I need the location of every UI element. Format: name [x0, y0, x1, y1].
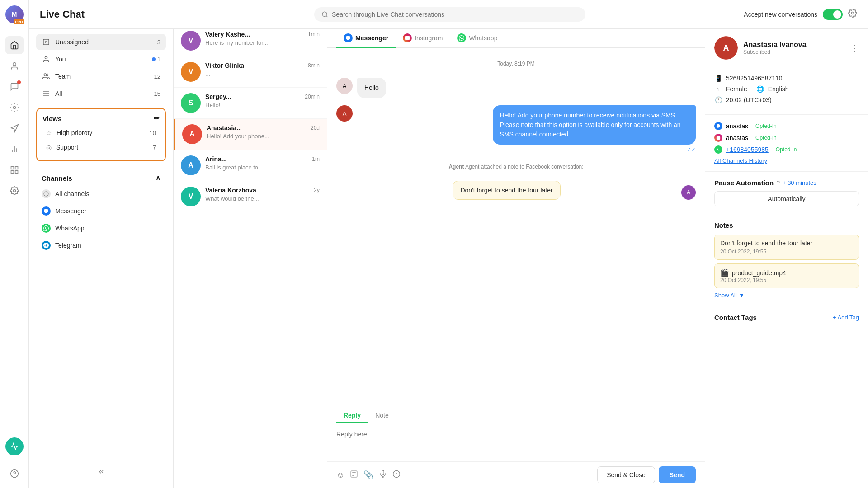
nav-home[interactable]: [5, 36, 24, 54]
all-icon: [42, 89, 51, 98]
automation-time-link[interactable]: + 30 minutes: [783, 179, 816, 186]
canned-icon[interactable]: [392, 470, 401, 480]
timezone-label: 20:02 (UTC+03): [726, 96, 772, 103]
conv-item-anastasia[interactable]: A Anastasia... 20d Hello! Add your phone…: [174, 119, 327, 150]
you-label: You: [55, 56, 152, 63]
attachment-icon[interactable]: 📎: [363, 470, 373, 480]
send-buttons: Send & Close Send: [597, 466, 696, 483]
search-input[interactable]: [332, 11, 578, 18]
conv-avatar-valery: V: [181, 31, 201, 51]
note-card-text-date: 20 Oct 2022, 19:55: [720, 249, 853, 255]
nav-you[interactable]: You 1: [36, 51, 166, 67]
tab-whatsapp[interactable]: Whatsapp: [450, 29, 505, 48]
conv-preview-anastasia: Hello! Add your phone...: [207, 133, 320, 140]
note-line-left: [336, 167, 445, 167]
nav-conversations[interactable]: [5, 78, 24, 96]
all-label: All: [55, 90, 154, 97]
channel-all[interactable]: All channels: [36, 186, 166, 202]
channels-header[interactable]: Channels ∧: [36, 170, 166, 186]
automation-header: Pause Automation ? + 30 minutes: [714, 179, 859, 187]
nav-team[interactable]: Team 12: [36, 68, 166, 84]
telegram-icon: [42, 241, 51, 250]
user-avatar[interactable]: M PRO: [5, 5, 24, 23]
whatsapp-opted-in: Opted-In: [776, 146, 797, 153]
conv-time-valery: 1min: [308, 31, 320, 38]
search-icon: [321, 11, 328, 18]
all-channels-history-link[interactable]: All Channels History: [714, 157, 859, 164]
views-title: Views: [42, 115, 61, 122]
messenger-tab-icon: [344, 33, 353, 42]
note-card-file: 🎬 product_guide.mp4 20 Oct 2022, 19:55: [714, 263, 859, 288]
chat-messages: Today, 8:19 PM A Hello Hello! Add your p…: [327, 48, 705, 407]
nav-contacts[interactable]: [5, 57, 24, 75]
emoji-icon[interactable]: ☺: [336, 470, 344, 480]
automation-dropdown[interactable]: Automatically: [714, 191, 859, 206]
audio-icon[interactable]: [379, 470, 387, 480]
settings-gear-icon[interactable]: [848, 9, 857, 20]
conv-item-valeria[interactable]: V Valeria Korzhova 2y What would be the.…: [174, 181, 327, 212]
conv-item-valery[interactable]: V Valery Kashe... 1min Here is my number…: [174, 25, 327, 56]
channel-messenger[interactable]: Messenger: [36, 203, 166, 219]
language-label: English: [768, 85, 789, 93]
svg-point-22: [44, 192, 48, 196]
automation-help-icon[interactable]: ?: [776, 179, 780, 187]
channel-row-whatsapp: +16984055985 Opted-In: [714, 145, 859, 154]
conv-avatar-arina: A: [181, 155, 201, 175]
conv-preview-valeria: What would be the...: [205, 195, 320, 202]
view-support[interactable]: ◎ Support 7: [42, 141, 160, 154]
conv-name-valery: Valery Kashe...: [205, 31, 250, 38]
nav-help[interactable]: [5, 465, 24, 483]
view-high-priority[interactable]: ☆ High prioroty 10: [42, 126, 160, 140]
tab-messenger[interactable]: Messenger: [336, 29, 396, 48]
note-file-name: product_guide.mp4: [732, 269, 786, 277]
sidebar-collapse-btn[interactable]: [36, 465, 166, 479]
channel-telegram[interactable]: Telegram: [36, 237, 166, 253]
all-channels-label: All channels: [55, 190, 90, 197]
nav-analytics[interactable]: [5, 437, 24, 455]
add-tag-btn[interactable]: + Add Tag: [833, 314, 859, 321]
nav-settings[interactable]: [5, 182, 24, 200]
views-edit-btn[interactable]: ✏: [154, 114, 160, 122]
nav-unassigned[interactable]: Unassigned 3: [36, 34, 166, 50]
phone-icon: 📱: [714, 75, 722, 82]
channel-row-messenger: anastas Opted-In: [714, 122, 859, 130]
send-close-button[interactable]: Send & Close: [597, 466, 655, 483]
instagram-channel-name: anastas: [726, 134, 748, 141]
accept-toggle[interactable]: [823, 9, 843, 20]
conv-body-sergey: Sergey... 20min Hello!: [205, 93, 320, 108]
reply-tab-note[interactable]: Note: [368, 407, 396, 423]
tab-instagram[interactable]: Instagram: [396, 29, 450, 48]
note-author-avatar: A: [681, 185, 696, 200]
whatsapp-channel-name[interactable]: +16984055985: [726, 146, 769, 153]
channel-row-instagram: anastas Opted-In: [714, 134, 859, 142]
message-bubble-sms: Hello! Add your phone number to receive …: [493, 105, 696, 145]
nav-automation[interactable]: [5, 99, 24, 117]
you-icon: [42, 55, 51, 64]
conv-item-sergey[interactable]: S Sergey... 20min Hello!: [174, 88, 327, 119]
reply-tab-reply[interactable]: Reply: [336, 407, 368, 423]
nav-campaigns[interactable]: [5, 119, 24, 137]
reply-input[interactable]: [327, 423, 705, 460]
nav-reports[interactable]: [5, 140, 24, 158]
template-icon[interactable]: [350, 470, 358, 480]
contact-message-avatar: A: [336, 78, 353, 94]
contact-menu-btn[interactable]: ⋮: [850, 42, 859, 53]
notification-dot: [17, 80, 21, 84]
svg-rect-9: [11, 171, 14, 174]
send-button[interactable]: Send: [659, 466, 696, 483]
pro-badge: PRO: [14, 19, 24, 24]
show-all-btn[interactable]: Show All ▼: [714, 292, 859, 299]
channel-whatsapp[interactable]: WhatsApp: [36, 220, 166, 236]
nav-integrations[interactable]: [5, 161, 24, 179]
detail-phone: 📱 5268251496587110: [714, 75, 859, 82]
conv-item-arina[interactable]: A Arina... 1m Bali is great place to...: [174, 150, 327, 181]
message-bubble-hello: Hello: [357, 78, 386, 98]
telegram-label: Telegram: [55, 242, 81, 249]
note-bubble: Don't forget to send the tour later: [453, 181, 560, 200]
note-with-avatar: Don't forget to send the tour later A: [336, 181, 696, 200]
conversation-list: Unassigned Open 7 ▼ ⛃ ≡↕ V: [174, 0, 327, 488]
svg-rect-6: [11, 167, 14, 169]
all-count: 15: [154, 90, 160, 97]
nav-all[interactable]: All 15: [36, 85, 166, 102]
conv-item-viktor[interactable]: V Viktor Glinka 8min ...: [174, 56, 327, 88]
